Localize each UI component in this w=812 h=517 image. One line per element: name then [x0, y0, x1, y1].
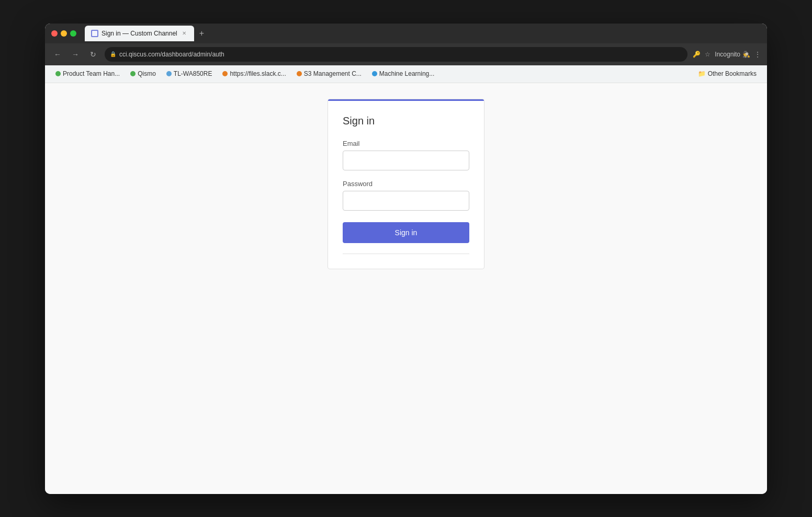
signin-button[interactable]: Sign in: [343, 222, 469, 243]
back-button[interactable]: ←: [51, 48, 64, 61]
bookmark-dot-icon: [372, 71, 377, 76]
other-bookmarks[interactable]: 📁 Other Bookmarks: [694, 68, 761, 79]
close-button[interactable]: [51, 30, 58, 37]
page-content: Sign in Email Password Sign in: [45, 83, 767, 494]
bookmarks-bar: Product Team Han... Qismo TL-WA850RE htt…: [45, 65, 767, 83]
bookmark-label: Machine Learning...: [379, 70, 434, 77]
new-tab-button[interactable]: +: [196, 28, 207, 39]
signin-card: Sign in Email Password Sign in: [328, 99, 484, 269]
bookmark-label: Product Team Han...: [63, 70, 120, 77]
key-icon: 🔑: [693, 51, 701, 58]
tab-bar: Sign in — Custom Channel ✕ +: [85, 26, 761, 41]
incognito-label: Incognito: [715, 51, 740, 58]
email-input[interactable]: [343, 151, 469, 170]
bookmark-product-team[interactable]: Product Team Han...: [51, 68, 124, 79]
bookmark-label: https://files.slack.c...: [230, 70, 286, 77]
maximize-button[interactable]: [70, 30, 76, 37]
url-text: cci.qiscus.com/dashboard/admin/auth: [119, 51, 224, 58]
signin-title: Sign in: [343, 115, 469, 127]
password-label: Password: [343, 180, 469, 188]
bookmark-dot-icon: [297, 71, 302, 76]
minimize-button[interactable]: [61, 30, 67, 37]
address-bar: ← → ↻ 🔒 cci.qiscus.com/dashboard/admin/a…: [45, 43, 767, 65]
title-bar: Sign in — Custom Channel ✕ +: [45, 24, 767, 43]
bookmark-dot-icon: [166, 71, 172, 76]
bookmark-dot-icon: [130, 71, 136, 76]
tab-title: Sign in — Custom Channel: [102, 30, 177, 37]
tab-favicon-icon: [91, 30, 98, 37]
incognito-icon: 🕵️: [742, 51, 750, 58]
other-bookmarks-label: Other Bookmarks: [708, 70, 757, 77]
incognito-badge: Incognito 🕵️: [715, 51, 750, 58]
bookmark-s3[interactable]: S3 Management C...: [292, 68, 366, 79]
bookmark-label: S3 Management C...: [304, 70, 362, 77]
svg-rect-1: [92, 31, 97, 36]
star-icon[interactable]: ☆: [705, 51, 710, 58]
bookmark-dot-icon: [222, 71, 228, 76]
traffic-lights: [51, 30, 76, 37]
active-tab[interactable]: Sign in — Custom Channel ✕: [85, 26, 194, 41]
email-form-group: Email: [343, 140, 469, 170]
password-input[interactable]: [343, 191, 469, 211]
card-top-accent: [328, 99, 484, 101]
bookmark-label: Qismo: [138, 70, 156, 77]
folder-icon: 📁: [698, 70, 706, 77]
bookmark-slack[interactable]: https://files.slack.c...: [218, 68, 290, 79]
url-bar[interactable]: 🔒 cci.qiscus.com/dashboard/admin/auth: [105, 47, 687, 62]
card-separator: [343, 254, 469, 254]
address-right-controls: 🔑 ☆ Incognito 🕵️ ⋮: [693, 51, 761, 58]
bookmark-qismo[interactable]: Qismo: [126, 68, 160, 79]
bookmark-tl-wa850re[interactable]: TL-WA850RE: [162, 68, 217, 79]
browser-window: Sign in — Custom Channel ✕ + ← → ↻ 🔒 cci…: [45, 24, 767, 494]
reload-button[interactable]: ↻: [87, 48, 99, 61]
password-form-group: Password: [343, 180, 469, 211]
email-label: Email: [343, 140, 469, 147]
forward-button[interactable]: →: [69, 48, 82, 61]
bookmark-label: TL-WA850RE: [174, 70, 212, 77]
menu-icon[interactable]: ⋮: [754, 51, 761, 58]
tab-close-button[interactable]: ✕: [181, 30, 188, 37]
lock-icon: 🔒: [110, 51, 116, 57]
bookmark-dot-icon: [55, 71, 61, 76]
bookmark-ml[interactable]: Machine Learning...: [368, 68, 438, 79]
